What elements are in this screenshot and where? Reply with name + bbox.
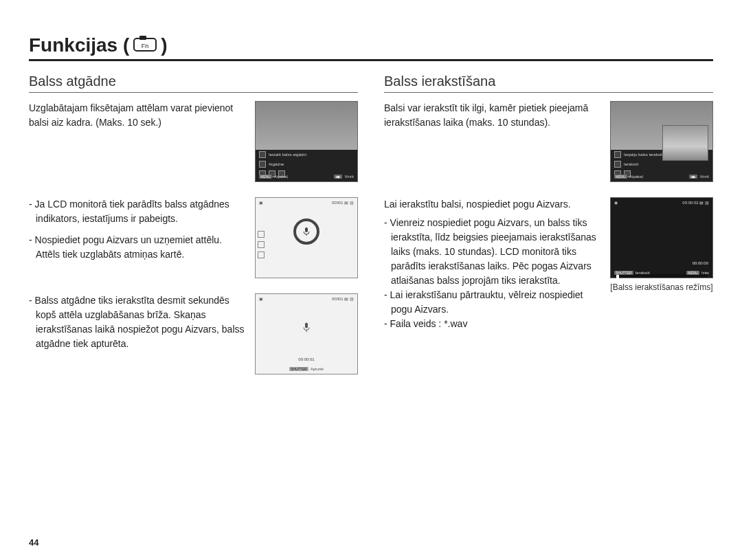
voice-memo-intro: Uzglabātajam fiksētajam attēlam varat pi…: [29, 101, 245, 182]
menu-button-chip: MENU: [614, 175, 627, 179]
nav-chip: ◀▶: [689, 175, 697, 179]
voice-recording-lead: Lai ierakstītu balsi, nospiediet pogu Ai…: [384, 197, 600, 212]
status-icon: [258, 231, 265, 238]
section-heading-voice-memo: Balss atgādne: [29, 74, 358, 93]
svg-rect-3: [305, 227, 308, 232]
svg-rect-1: [139, 36, 146, 40]
function-mode-icon: Fn: [133, 36, 157, 55]
right-column: Balss ierakstīšana Balsi var ierakstīt t…: [384, 74, 713, 390]
voice-recording-intro: Balsi var ierakstīt tik ilgi, kamēr piet…: [384, 101, 600, 182]
lcd-capture-ready: ▣00001 ▤ ▥: [255, 197, 358, 278]
menu-button-chip: MENU: [259, 175, 272, 179]
nav-chip: ◀▶: [334, 175, 342, 179]
record-option-icon: [614, 161, 621, 168]
menu-button-chip: MENU: [686, 271, 699, 275]
memo-option-icon: [259, 161, 266, 168]
voice-memo-step-3: Balss atgādne tiks ierakstīta desmit sek…: [36, 293, 245, 351]
lcd-menu-voice-recording: Iespējo balss ierakstīšanu. Ierakstīt ME…: [610, 101, 713, 182]
lcd-voice-recording-mode: ◉ 00:00:02 ▤ ▥ 00:00:00 SHUTTERIerakstīt…: [610, 197, 713, 278]
left-column: Balss atgādne Uzglabātajam fiksētajam at…: [29, 74, 358, 390]
photo-preview-people: [662, 125, 708, 161]
voice-recording-mode-caption: [Balss ierakstīšanas režīms]: [610, 282, 713, 292]
page-number: 44: [29, 537, 38, 548]
mic-icon: [614, 151, 621, 158]
voice-memo-indicator-icon: [293, 219, 319, 245]
page-title: Funkcijas (: [29, 34, 129, 56]
shutter-chip: SHUTTER: [289, 367, 308, 371]
lcd-recording-memo: ▣00001 ▤ ▥ 00:00:01 SHUTTERApturēt: [255, 293, 358, 374]
camera-icon: ▣: [259, 296, 263, 301]
status-icon: [258, 241, 265, 248]
voice-recording-step-3: Faila veids : *.wav: [391, 317, 600, 331]
camera-icon: ▣: [259, 200, 263, 205]
mic-icon: [303, 322, 310, 333]
recording-time: 00:00:00: [693, 261, 708, 265]
status-icon: [258, 251, 265, 258]
section-heading-voice-recording: Balss ierakstīšana: [384, 74, 713, 93]
page-title-close: ): [161, 34, 167, 56]
page-title-row: Funkcijas ( Fn ): [29, 34, 713, 61]
voice-recording-step-1: Vienreiz nospiediet pogu Aizvars, un bal…: [391, 216, 600, 288]
shutter-chip: SHUTTER: [614, 271, 633, 275]
voice-recording-step-2: Lai ierakstīšanu pārtrauktu, vēlreiz nos…: [391, 288, 600, 317]
voice-memo-step-1: Ja LCD monitorā tiek parādīts balss atgā…: [36, 197, 245, 226]
voice-memo-step-2: Nospiediet pogu Aizvars un uzņemiet attē…: [36, 233, 245, 262]
svg-text:Fn: Fn: [142, 43, 149, 49]
lcd-menu-voice-memo: Iestatīt balss atgādni Atgādne MENUAtpak…: [255, 101, 358, 182]
mic-icon: [259, 151, 266, 158]
svg-rect-5: [305, 322, 308, 328]
mic-mode-icon: ◉: [614, 200, 618, 205]
memo-timer: 00:00:01: [298, 357, 314, 361]
